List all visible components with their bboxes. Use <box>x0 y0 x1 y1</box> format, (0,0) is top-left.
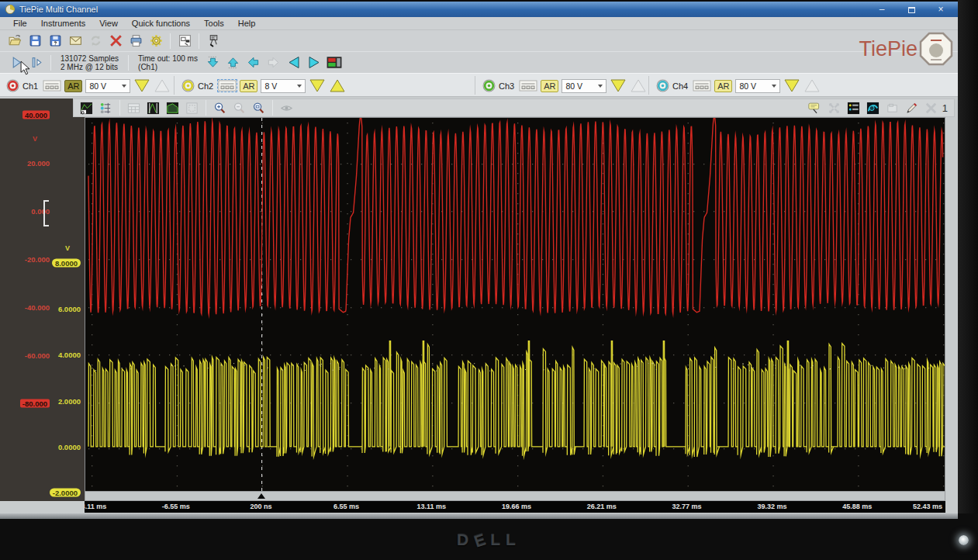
sample-info: 131072 Samples2 MHz @ 12 bits <box>55 54 124 71</box>
snapshot-small-icon <box>883 100 901 116</box>
range-down-button[interactable] <box>133 78 150 93</box>
pan-right-icon <box>264 54 283 71</box>
legend-icon[interactable] <box>845 100 862 116</box>
menu-item-quick-functions[interactable]: Quick functions <box>125 18 197 29</box>
sample-rate: 2 MHz @ 12 bits <box>60 63 119 71</box>
red-axis-tick: -40.000 <box>25 303 50 312</box>
power-button[interactable] <box>959 535 969 545</box>
app-window: TiePie Multi Channel – × FileInstruments… <box>0 2 958 513</box>
graph-area-icon[interactable] <box>164 100 181 116</box>
channel-label: Ch2 <box>198 81 213 91</box>
red-axis-tick: 40.000 <box>22 111 50 119</box>
colormap-icon[interactable] <box>864 100 882 116</box>
range-select[interactable]: 8 V <box>261 79 306 93</box>
zoom-in-vertical-icon[interactable] <box>224 54 243 71</box>
range-value: 80 V <box>739 81 756 91</box>
settings-gear-icon[interactable] <box>147 33 165 50</box>
time-axis-tick: 6.55 ms <box>333 503 359 510</box>
stretch-icon <box>825 100 843 116</box>
range-down-button[interactable] <box>783 78 800 93</box>
next-page-icon[interactable] <box>305 54 323 71</box>
range-select[interactable]: 80 V <box>562 79 606 93</box>
autorange-button[interactable]: AR <box>714 80 732 92</box>
toolbar-separator <box>128 55 129 71</box>
channel-enable-led[interactable] <box>482 79 496 92</box>
coupling-icon[interactable] <box>218 80 237 92</box>
pan-left-icon[interactable] <box>244 54 263 71</box>
coupling-icon[interactable] <box>43 80 61 92</box>
close-button[interactable]: × <box>935 4 947 15</box>
channel-enable-led[interactable] <box>181 79 195 92</box>
range-select[interactable]: 80 V <box>85 79 130 93</box>
waveform-plot[interactable] <box>85 117 945 492</box>
range-value: 80 V <box>565 81 582 91</box>
zoom-out-vertical-icon[interactable] <box>204 54 223 71</box>
minimize-button[interactable]: – <box>876 4 888 15</box>
channel-separator <box>174 76 175 95</box>
quick-capture-icon[interactable] <box>175 33 194 50</box>
range-down-button[interactable] <box>610 78 627 93</box>
time-axis-tick: 32.77 ms <box>672 503 702 510</box>
autorange-button[interactable]: AR <box>541 80 558 92</box>
layout-icon[interactable] <box>325 54 344 71</box>
menu-item-tools[interactable]: Tools <box>197 18 231 29</box>
pen-icon[interactable] <box>903 100 921 116</box>
tiepie-logo-badge <box>919 32 953 66</box>
channel-enable-led[interactable] <box>6 79 19 92</box>
meter-icon[interactable] <box>204 33 223 50</box>
toolbar-separator <box>206 100 206 116</box>
red-axis-tick: -20.000 <box>25 255 50 264</box>
yellow-axis-tick: 0.0000 <box>58 442 81 451</box>
graph-area: 40.00020.0000.000-20.000-40.000-60.000-8… <box>0 97 958 513</box>
range-up-button[interactable] <box>329 78 346 93</box>
save-as-icon[interactable] <box>46 33 64 50</box>
coupling-icon[interactable] <box>693 80 711 92</box>
trigger-position-marker[interactable] <box>257 493 265 499</box>
menu-item-view[interactable]: View <box>92 18 125 29</box>
red-axis-unit: V <box>33 135 37 143</box>
channel-separator <box>475 76 475 95</box>
axes-setup-icon[interactable] <box>78 100 95 116</box>
zoom-in-icon[interactable] <box>211 100 229 116</box>
zoom-window-icon[interactable] <box>250 100 268 116</box>
timeout-info: Time out: 100 ms(Ch1) <box>133 54 203 71</box>
frame-icon <box>183 100 201 116</box>
toolbar-separator <box>199 33 199 49</box>
channel-list-icon[interactable] <box>97 100 115 116</box>
graph-analysis-icon[interactable] <box>144 100 162 116</box>
note-icon[interactable] <box>806 100 824 116</box>
toolbar-separator <box>272 100 273 116</box>
range-select[interactable]: 80 V <box>735 79 780 93</box>
channel-enable-led[interactable] <box>656 79 669 92</box>
refresh-icon <box>86 33 105 50</box>
prev-page-icon[interactable] <box>285 54 303 71</box>
restore-icon <box>908 7 915 13</box>
autorange-button[interactable]: AR <box>240 80 257 92</box>
yellow-axis-tick: 8.0000 <box>52 259 81 268</box>
restore-button[interactable] <box>905 4 918 15</box>
range-value: 80 V <box>89 81 106 91</box>
trigger-marker-strip <box>85 491 945 501</box>
chevron-down-icon <box>598 85 603 88</box>
chevron-down-icon <box>297 85 302 88</box>
monitor-bezel: TiePie Multi Channel – × FileInstruments… <box>0 0 978 560</box>
menu-item-instruments[interactable]: Instruments <box>34 18 92 29</box>
autorange-button[interactable]: AR <box>64 80 82 92</box>
print-icon[interactable] <box>126 33 145 50</box>
chevron-down-icon <box>772 85 776 88</box>
save-icon[interactable] <box>26 33 44 50</box>
coupling-icon[interactable] <box>519 80 537 92</box>
trigger-level-marker[interactable] <box>43 200 49 226</box>
timeout-source: (Ch1) <box>138 63 198 71</box>
chevron-down-icon <box>122 85 126 88</box>
channel-label: Ch3 <box>499 81 514 91</box>
range-down-button[interactable] <box>309 78 326 93</box>
open-icon[interactable] <box>5 33 24 50</box>
channel-group-ch2: Ch2AR8 V <box>181 76 346 95</box>
menu-item-file[interactable]: File <box>6 18 34 29</box>
graph-toolbar: 1 <box>73 99 955 117</box>
red-axis-tick: 20.000 <box>27 159 50 168</box>
delete-icon[interactable] <box>106 33 125 50</box>
menu-item-help[interactable]: Help <box>231 18 263 29</box>
email-icon[interactable] <box>66 33 85 50</box>
